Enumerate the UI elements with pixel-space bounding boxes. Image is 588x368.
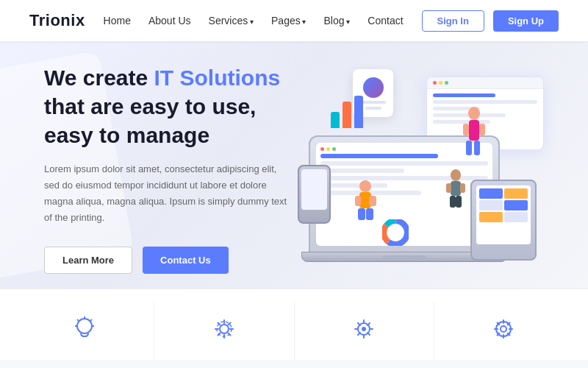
gear-icon-2: [487, 313, 520, 345]
close-dot: [433, 81, 437, 85]
svg-point-21: [77, 319, 92, 333]
person-3-svg: [445, 169, 467, 213]
screen-bar-1: [320, 154, 438, 158]
hero-section: We create IT Solutions that are easy to …: [0, 41, 588, 289]
tablet-cell-4: [504, 200, 528, 210]
svg-point-2: [384, 221, 407, 244]
feature-card-4: [434, 302, 573, 360]
feature-card-3: [295, 302, 434, 360]
tablet: [470, 180, 537, 261]
svg-rect-16: [451, 181, 461, 196]
svg-rect-4: [469, 120, 479, 141]
svg-point-28: [220, 325, 229, 333]
contact-us-button[interactable]: Contact Us: [143, 247, 229, 274]
feature-card-1: [15, 302, 154, 360]
avatar-line-1: [361, 101, 386, 104]
trackpad: [382, 255, 426, 259]
svg-point-3: [468, 107, 480, 120]
svg-rect-11: [355, 196, 361, 206]
tablet-cell-6: [504, 212, 528, 222]
learn-more-button[interactable]: Learn More: [44, 247, 132, 274]
avatar-circle: [363, 77, 384, 98]
pie-chart: [382, 219, 409, 246]
signup-button[interactable]: Sign Up: [493, 10, 559, 32]
tablet-cell-3: [479, 200, 503, 210]
nav-item-pages[interactable]: Pages: [271, 14, 306, 27]
bar-2: [343, 102, 351, 128]
svg-rect-6: [474, 141, 480, 155]
screen-dot-yellow: [326, 147, 330, 151]
tablet-cell-2: [504, 188, 528, 199]
idea-icon: [68, 313, 101, 345]
pie-chart-svg: [382, 219, 409, 246]
hero-title-suffix: that are easy to use, easy to manage: [44, 94, 256, 147]
svg-rect-8: [479, 124, 485, 135]
hero-description: Lorem ipsum dolor sit amet, consectetur …: [44, 161, 294, 226]
tablet-screen: [476, 185, 531, 244]
nav-links: Home About Us Services Pages Blog Contac…: [104, 14, 404, 27]
svg-rect-5: [466, 141, 472, 155]
illustration-container: [294, 69, 544, 268]
hero-content: We create IT Solutions that are easy to …: [44, 63, 294, 274]
navbar: Trionix Home About Us Services Pages Blo…: [0, 0, 588, 41]
hero-title: We create IT Solutions that are easy to …: [44, 63, 294, 149]
signin-button[interactable]: Sign In: [422, 10, 484, 32]
max-dot: [445, 81, 448, 85]
gear-icon-1: [208, 313, 240, 345]
idea-icon-svg: [70, 314, 99, 344]
hero-title-highlight: IT Solutions: [154, 66, 281, 90]
nav-item-contact[interactable]: Contact: [368, 14, 403, 27]
feature-card-2: [154, 302, 294, 360]
svg-rect-13: [358, 208, 365, 220]
phone-screen: [301, 169, 327, 210]
svg-point-15: [451, 169, 461, 181]
tools-icon-svg: [349, 314, 379, 344]
hero-buttons: Learn More Contact Us: [44, 247, 294, 274]
features-section: [0, 289, 588, 360]
nav-item-about[interactable]: About Us: [148, 14, 191, 27]
gear-icon-1-svg: [209, 314, 239, 344]
nav-item-home[interactable]: Home: [104, 14, 131, 27]
svg-point-33: [501, 326, 506, 332]
browser-line-1: [433, 93, 495, 97]
browser-line-2: [433, 100, 537, 104]
hero-illustration: [294, 66, 544, 272]
svg-rect-20: [456, 196, 462, 208]
min-dot: [439, 81, 442, 85]
screen-dot-green: [332, 147, 336, 151]
tablet-grid: [479, 188, 528, 222]
bar-3: [354, 96, 363, 128]
nav-buttons: Sign In Sign Up: [422, 10, 559, 32]
svg-line-25: [77, 319, 79, 321]
phone: [298, 165, 331, 224]
avatar-line-2: [365, 107, 381, 110]
svg-rect-17: [446, 183, 451, 193]
bar-chart: [331, 91, 363, 128]
svg-point-9: [359, 180, 371, 192]
browser-topbar: [427, 77, 543, 89]
person-1-svg: [463, 106, 485, 165]
nav-item-blog[interactable]: Blog: [324, 14, 351, 27]
svg-rect-14: [366, 208, 373, 220]
browser-body: [427, 89, 543, 131]
brand-logo: Trionix: [29, 11, 85, 30]
svg-rect-12: [369, 196, 376, 206]
hero-title-prefix: We create: [44, 66, 154, 90]
tools-icon: [348, 313, 380, 345]
svg-rect-7: [463, 124, 469, 135]
bar-1: [331, 112, 340, 128]
tablet-cell-1: [479, 188, 503, 199]
screen-bar-3: [320, 169, 404, 173]
svg-rect-18: [460, 183, 465, 193]
tablet-cell-5: [479, 212, 503, 222]
person-2-svg: [353, 180, 379, 224]
screen-dot-red: [320, 147, 324, 151]
svg-rect-19: [450, 196, 456, 208]
svg-point-31: [362, 327, 366, 331]
svg-line-24: [90, 319, 92, 321]
gear-icon-2-svg: [489, 314, 518, 344]
nav-item-services[interactable]: Services: [209, 14, 254, 27]
